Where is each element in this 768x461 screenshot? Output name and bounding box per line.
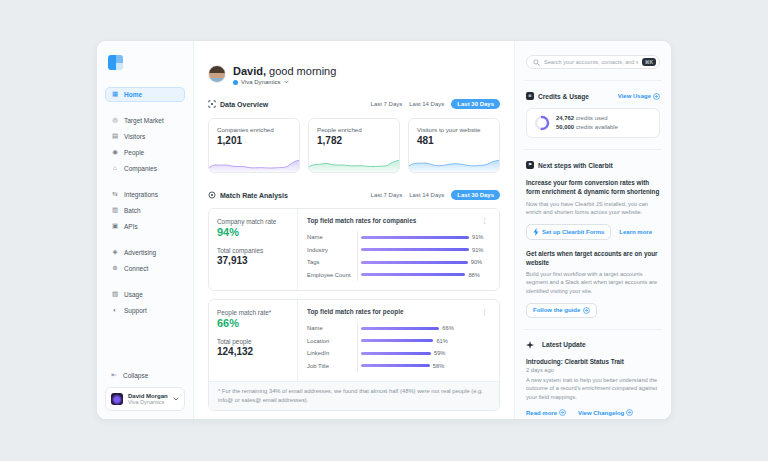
bar-value: 91% xyxy=(472,247,483,253)
bar-value: 61% xyxy=(436,338,447,344)
sidebar-item-apis[interactable]: ▣ APIs xyxy=(105,219,185,234)
company-total-label: Total companies xyxy=(217,247,289,254)
next-steps-item1-body: Now that you have Clearbit JS installed,… xyxy=(526,200,660,217)
bar-row: Tags 90% xyxy=(307,256,490,269)
sidebar-item-connect[interactable]: ⊕ Connect xyxy=(105,261,185,276)
advertising-icon: ◈ xyxy=(111,249,119,256)
sidebar-item-usage[interactable]: ▧ Usage xyxy=(105,287,185,302)
arrow-circle-icon xyxy=(626,409,633,416)
bar xyxy=(361,339,433,342)
sidebar-item-home[interactable]: ▦ Home xyxy=(105,87,185,102)
bar-row: Name 91% xyxy=(307,231,490,244)
sidebar-item-batch[interactable]: ▥ Batch xyxy=(105,203,185,218)
sidebar-item-companies[interactable]: ⌂ Companies xyxy=(105,161,185,176)
period-tabs: Last 7 Days Last 14 Days Last 30 Days xyxy=(371,190,500,200)
bar-row: LinkedIn 59% xyxy=(307,347,490,360)
bar-label: Name xyxy=(307,325,357,331)
bar-label: Tags xyxy=(307,259,357,265)
follow-guide-button[interactable]: Follow the guide xyxy=(526,303,597,318)
global-search[interactable]: ⌘K xyxy=(526,55,660,69)
stat-value: 481 xyxy=(417,135,491,146)
read-more-link[interactable]: Read more xyxy=(526,409,566,416)
bar xyxy=(361,248,469,251)
sidebar-item-people[interactable]: ◉ People xyxy=(105,145,185,160)
kebab-menu-icon[interactable]: ⋮ xyxy=(479,217,490,224)
bar-row: Job Title 58% xyxy=(307,360,490,373)
sidebar-item-label: Home xyxy=(124,91,142,98)
sidebar-item-label: Batch xyxy=(124,207,141,214)
bar-label: Name xyxy=(307,234,357,240)
stat-card-companies-enriched: Companies enriched 1,201 xyxy=(208,118,300,173)
stat-value: 1,201 xyxy=(217,135,291,146)
visitors-icon: ▤ xyxy=(111,133,119,140)
setup-forms-label: Set up Clearbit Forms xyxy=(542,229,604,235)
tab-last-7-days[interactable]: Last 7 Days xyxy=(371,192,403,198)
bar-label: Industry xyxy=(307,247,357,253)
credits-used-line: 24,762 credits used xyxy=(556,114,618,123)
arrow-circle-icon xyxy=(653,93,660,100)
sparkline-green xyxy=(309,154,399,172)
bar-label: Location xyxy=(307,338,357,344)
stat-card-people-enriched: People enriched 1,782 xyxy=(308,118,400,173)
profile-avatar xyxy=(208,65,226,83)
next-steps-item1-title: Increase your form conversion rates with… xyxy=(526,178,660,196)
chevron-down-icon xyxy=(284,80,289,84)
next-steps-title: Next steps with Clearbit xyxy=(538,162,613,169)
update-post-title: Introducing: Clearbit Status Trait xyxy=(526,358,660,365)
sidebar-item-visitors[interactable]: ▤ Visitors xyxy=(105,129,185,144)
forms-bolt-icon xyxy=(533,228,539,236)
credits-icon: ≣ xyxy=(526,92,534,100)
tab-last-14-days[interactable]: Last 14 Days xyxy=(409,101,444,107)
connect-icon: ⊕ xyxy=(111,265,119,272)
sidebar-item-label: Support xyxy=(124,307,147,314)
bar xyxy=(361,273,465,276)
right-panel: ⌘K ≣ Credits & Usage View Usage 24,762 c… xyxy=(514,41,671,419)
view-changelog-link[interactable]: View Changelog xyxy=(578,409,633,416)
people-rate-label: People match rate* xyxy=(217,309,289,316)
integrations-icon: ⇆ xyxy=(111,191,119,198)
bar xyxy=(361,352,431,355)
workspace-switcher[interactable]: Viva Dynamics xyxy=(233,79,336,85)
sidebar-item-support[interactable]: ◐ Support xyxy=(105,303,185,318)
left-sidebar: ▦ Home ◎ Target Market ▤ Visitors ◉ Peop… xyxy=(97,41,194,419)
stat-value: 1,782 xyxy=(317,135,391,146)
next-steps-item2-body: Build your first workflow with a target … xyxy=(526,270,660,296)
sidebar-item-label: Usage xyxy=(124,291,143,298)
stat-label: Visitors to your website xyxy=(417,126,491,133)
tab-last-14-days[interactable]: Last 14 Days xyxy=(409,192,444,198)
bar xyxy=(361,236,469,239)
page-title: David, good morning xyxy=(233,65,336,77)
user-company: Viva Dynamics xyxy=(128,399,168,405)
setup-clearbit-forms-button[interactable]: Set up Clearbit Forms xyxy=(526,224,611,240)
bar-value: 90% xyxy=(471,259,482,265)
people-bar-chart: Name 66% Location 61% LinkedIn 59% Job xyxy=(307,322,490,372)
tab-last-7-days[interactable]: Last 7 Days xyxy=(371,101,403,107)
tab-last-30-days[interactable]: Last 30 Days xyxy=(451,99,500,109)
user-menu[interactable]: David Morgan Viva Dynamics xyxy=(105,387,185,411)
view-changelog-label: View Changelog xyxy=(578,410,624,416)
target-icon: ◎ xyxy=(111,117,119,124)
bar-value: 58% xyxy=(433,363,444,369)
batch-icon: ▥ xyxy=(111,207,119,214)
bar-row: Employee Count 88% xyxy=(307,269,490,282)
collapse-sidebar-button[interactable]: ⇤ Collapse xyxy=(105,368,185,382)
update-post-time: 2 days ago xyxy=(526,367,660,373)
api-icon: ▣ xyxy=(111,223,119,230)
sidebar-item-label: Integrations xyxy=(124,191,158,198)
building-icon: ⌂ xyxy=(111,165,119,172)
sidebar-item-integrations[interactable]: ⇆ Integrations xyxy=(105,187,185,202)
company-match-panel: Company match rate 94% Total companies 3… xyxy=(208,208,500,291)
arrow-circle-icon xyxy=(559,409,566,416)
bar xyxy=(361,327,439,330)
view-usage-link[interactable]: View Usage xyxy=(618,93,660,100)
tab-last-30-days[interactable]: Last 30 Days xyxy=(451,190,500,200)
person-icon: ◉ xyxy=(111,149,119,156)
credits-donut-chart xyxy=(534,115,550,131)
sidebar-item-target-market[interactable]: ◎ Target Market xyxy=(105,113,185,128)
sidebar-item-advertising[interactable]: ◈ Advertising xyxy=(105,245,185,260)
learn-more-link[interactable]: Learn more xyxy=(619,229,652,235)
search-input[interactable] xyxy=(544,59,638,65)
bar-row: Location 61% xyxy=(307,335,490,348)
gauge-icon xyxy=(208,191,216,199)
kebab-menu-icon[interactable]: ⋮ xyxy=(479,308,490,315)
